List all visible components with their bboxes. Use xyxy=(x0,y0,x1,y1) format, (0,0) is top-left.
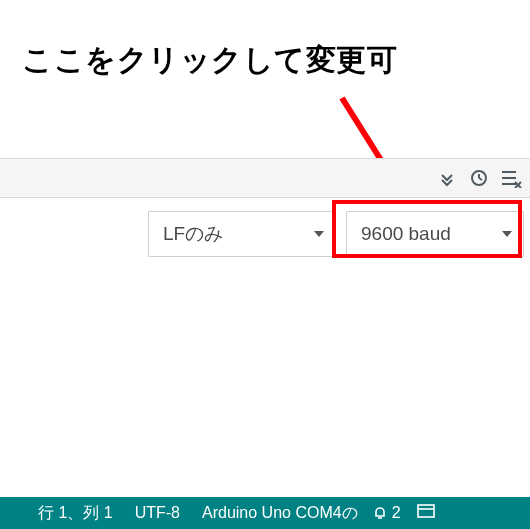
clear-output-icon[interactable] xyxy=(500,167,522,189)
status-encoding[interactable]: UTF-8 xyxy=(135,504,180,522)
bell-icon xyxy=(372,505,388,521)
svg-rect-13 xyxy=(418,505,434,517)
svg-marker-11 xyxy=(502,231,512,237)
status-notification-count: 2 xyxy=(392,504,401,522)
line-ending-dropdown[interactable]: LFのみ xyxy=(148,211,336,257)
serial-monitor-toolbar xyxy=(0,158,530,198)
chevron-down-icon xyxy=(501,228,513,240)
svg-marker-10 xyxy=(314,231,324,237)
timestamp-toggle-icon[interactable] xyxy=(468,167,490,189)
status-board-port[interactable]: Arduino Uno COM4の xyxy=(202,503,358,524)
serial-monitor-selectors: LFのみ 9600 baud xyxy=(0,206,530,262)
svg-line-4 xyxy=(479,178,482,180)
baud-rate-dropdown[interactable]: 9600 baud xyxy=(346,211,524,257)
baud-rate-value: 9600 baud xyxy=(361,223,451,245)
status-notifications[interactable]: 2 xyxy=(372,504,401,522)
annotation-text: ここをクリックして変更可 xyxy=(22,40,397,81)
status-cursor-position: 行 1、列 1 xyxy=(38,503,113,524)
close-panel-icon[interactable] xyxy=(417,504,435,522)
autoscroll-toggle-icon[interactable] xyxy=(436,167,458,189)
status-bar: 行 1、列 1 UTF-8 Arduino Uno COM4の 2 xyxy=(0,497,530,529)
line-ending-value: LFのみ xyxy=(163,221,223,247)
chevron-down-icon xyxy=(313,228,325,240)
